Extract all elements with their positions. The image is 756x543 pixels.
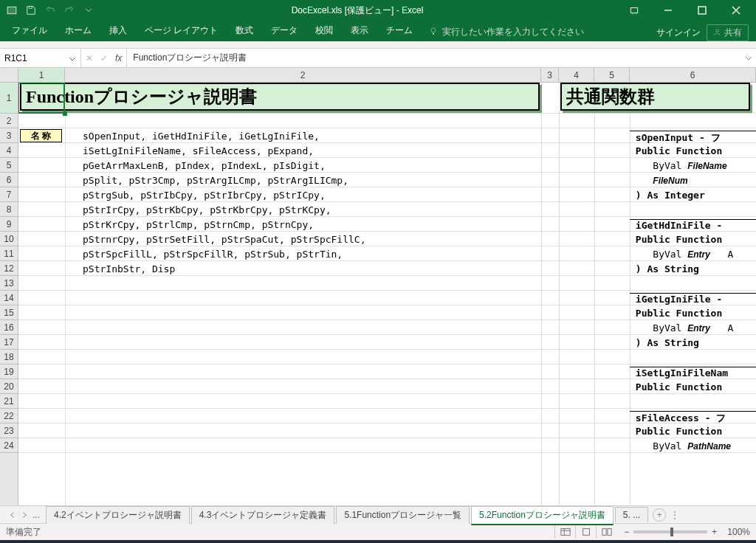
tab-data[interactable]: データ: [262, 20, 306, 41]
tab-prev-button[interactable]: [7, 510, 18, 520]
sheet-tab[interactable]: 4.3イベントプロシージャ定義書: [191, 506, 335, 524]
share-button[interactable]: 共有: [707, 24, 749, 41]
title-cell-main[interactable]: Functionプロシージャ説明書: [20, 83, 540, 111]
row-headers[interactable]: 123456789101112131415161718192021222324: [0, 83, 18, 505]
code-line[interactable]: Public Function: [630, 234, 756, 245]
code-line[interactable]: ) As String: [630, 263, 756, 274]
function-list-line[interactable]: iSetLgIniFileName, sFileAccess, pExpand,: [83, 145, 314, 156]
code-line[interactable]: ByVal PathName: [630, 440, 756, 452]
row-header[interactable]: 13: [0, 276, 18, 291]
qat-customize[interactable]: [80, 2, 97, 18]
function-list-line[interactable]: pStrSpcFillL, pStrSpcFillR, pStrSub, pSt…: [83, 249, 343, 260]
code-line[interactable]: ByVal Entry A: [630, 322, 756, 333]
code-line[interactable]: Public Function: [630, 381, 756, 392]
minimize-button[interactable]: [651, 0, 685, 21]
column-header[interactable]: 5: [594, 68, 630, 82]
row-header[interactable]: 9: [0, 217, 18, 232]
code-line[interactable]: Public Function: [630, 145, 756, 156]
code-line[interactable]: ByVal Entry A: [630, 249, 756, 260]
view-page-layout-button[interactable]: [575, 525, 596, 539]
code-line[interactable]: Public Function: [630, 426, 756, 437]
cell-grid[interactable]: Functionプロシージャ説明書共通関数群名 称sOpenInput, iGe…: [18, 83, 756, 505]
zoom-slider[interactable]: [633, 530, 707, 533]
zoom-out-button[interactable]: −: [624, 527, 629, 537]
code-line[interactable]: iGetHdIniFile -: [630, 219, 756, 231]
row-header[interactable]: 11: [0, 246, 18, 261]
row-header[interactable]: 8: [0, 202, 18, 217]
code-line[interactable]: sFileAccess - フ: [630, 411, 756, 425]
row-header[interactable]: 5: [0, 158, 18, 173]
formula-input[interactable]: Functionプロシージャ説明書: [127, 49, 741, 67]
tab-scroll-more[interactable]: ⋮: [670, 510, 679, 520]
function-list-line[interactable]: pStrgSub, pStrIbCpy, pStrIbrCpy, pStrICp…: [83, 190, 326, 201]
tell-me-search[interactable]: 実行したい作業を入力してください: [422, 23, 591, 41]
sheet-tab[interactable]: 5.2Functionプロシージャ説明書: [471, 506, 614, 525]
select-all-corner[interactable]: [0, 68, 18, 82]
row-header[interactable]: 1: [0, 83, 18, 114]
code-line[interactable]: iSetLgIniFileNam: [630, 367, 756, 378]
code-line[interactable]: iGetLgIniFile -: [630, 293, 756, 305]
code-line[interactable]: Public Function: [630, 308, 756, 319]
signin-link[interactable]: サインイン: [656, 27, 701, 39]
column-header[interactable]: 1: [18, 68, 65, 82]
sheet-tab[interactable]: 5. ...: [615, 507, 648, 522]
row-header[interactable]: 6: [0, 173, 18, 187]
function-list-line[interactable]: pStrKrCpy, pStrlCmp, pStrnCmp, pStrnCpy,: [83, 219, 314, 230]
column-headers[interactable]: 123456: [0, 68, 756, 83]
code-line[interactable]: ) As Integer: [630, 190, 756, 201]
tab-home[interactable]: ホーム: [56, 20, 100, 41]
row-header[interactable]: 20: [0, 379, 18, 394]
undo-button[interactable]: [41, 2, 59, 18]
close-button[interactable]: [719, 0, 753, 21]
code-line[interactable]: ) As String: [630, 337, 756, 348]
tab-file[interactable]: ファイル: [3, 20, 56, 41]
chevron-down-icon[interactable]: [69, 55, 76, 62]
sheet-tab[interactable]: 4.2イベントプロシージャ説明書: [46, 506, 190, 524]
name-box[interactable]: R1C1: [0, 49, 81, 67]
enter-formula-icon[interactable]: ✓: [100, 53, 108, 63]
column-header[interactable]: 4: [559, 68, 594, 82]
fx-icon[interactable]: fx: [115, 53, 122, 63]
tab-next-button[interactable]: [19, 510, 30, 520]
tab-ellipsis[interactable]: ...: [31, 510, 41, 520]
sheet-tab[interactable]: 5.1Functionプロシージャ一覧: [336, 506, 470, 524]
column-header[interactable]: 2: [65, 68, 541, 82]
function-list-line[interactable]: pStrIrCpy, pStrKbCpy, pStrKbrCpy, pStrKC…: [83, 204, 331, 215]
name-label-cell[interactable]: 名 称: [20, 129, 62, 142]
row-header[interactable]: 19: [0, 364, 18, 379]
expand-formula-bar[interactable]: [741, 49, 756, 67]
view-page-break-button[interactable]: [596, 525, 616, 539]
tab-formulas[interactable]: 数式: [227, 20, 262, 41]
tab-team[interactable]: チーム: [377, 20, 422, 41]
row-header[interactable]: 15: [0, 305, 18, 320]
tab-insert[interactable]: 挿入: [100, 20, 136, 41]
spreadsheet[interactable]: 123456 123456789101112131415161718192021…: [0, 68, 756, 506]
row-header[interactable]: 7: [0, 187, 18, 202]
row-header[interactable]: 17: [0, 335, 18, 350]
row-header[interactable]: 21: [0, 394, 18, 409]
row-header[interactable]: 2: [0, 114, 18, 128]
row-header[interactable]: 3: [0, 128, 18, 143]
row-header[interactable]: 10: [0, 232, 18, 246]
tab-view[interactable]: 表示: [342, 20, 377, 41]
tab-review[interactable]: 校閲: [306, 20, 342, 41]
row-header[interactable]: 23: [0, 423, 18, 438]
tab-layout[interactable]: ページ レイアウト: [136, 20, 227, 41]
row-header[interactable]: 14: [0, 291, 18, 305]
function-list-line[interactable]: sOpenInput, iGetHdIniFile, iGetLgIniFile…: [83, 131, 320, 142]
function-list-line[interactable]: pStrInbStr, Disp: [83, 263, 175, 274]
zoom-in-button[interactable]: +: [712, 527, 717, 537]
code-line[interactable]: ByVal FileName: [630, 160, 756, 171]
column-header[interactable]: 3: [541, 68, 559, 82]
row-header[interactable]: 18: [0, 350, 18, 364]
function-list-line[interactable]: pSplit, pStr3Cmp, pStrArgILCmp, pStrArgI…: [83, 175, 348, 186]
view-normal-button[interactable]: [554, 525, 575, 539]
function-list-line[interactable]: pGetArrMaxLenB, pIndex, pIndexL, pIsDigi…: [83, 160, 326, 171]
function-list-line[interactable]: pStrnrCpy, pStrSetFill, pStrSpaCut, pStr…: [83, 234, 366, 245]
ribbon-display-button[interactable]: [617, 0, 651, 21]
row-header[interactable]: 12: [0, 261, 18, 276]
save-button[interactable]: [22, 2, 40, 18]
code-line[interactable]: sOpenInput - フ: [630, 131, 756, 145]
row-header[interactable]: 24: [0, 438, 18, 453]
title-cell-side[interactable]: 共通関数群: [560, 83, 750, 111]
